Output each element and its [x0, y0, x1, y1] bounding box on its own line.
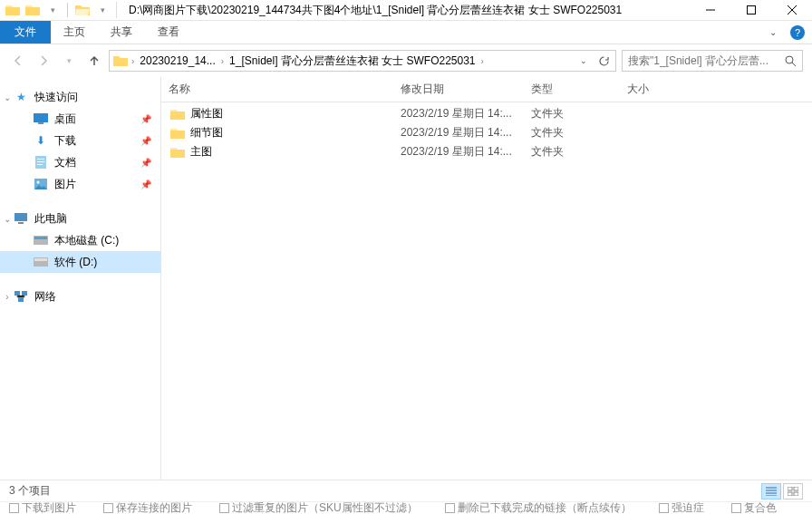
ribbon-file-tab[interactable]: 文件 — [0, 21, 51, 44]
up-button[interactable] — [85, 52, 103, 70]
status-bar: 3 个项目 — [0, 480, 812, 501]
clipped-toolbar: 下载到图片 保存连接的图片 过滤重复的图片（SKU属性图不过滤） 删除已下载完成… — [0, 501, 812, 514]
svg-rect-18 — [18, 297, 24, 302]
folder-icon — [111, 54, 130, 67]
expand-icon[interactable]: › — [2, 292, 13, 302]
folder-icon — [169, 108, 187, 121]
ribbon-expand-button[interactable]: ⌄ — [759, 21, 787, 44]
computer-icon — [13, 211, 29, 226]
list-item[interactable]: 细节图 2023/2/19 星期日 14:... 文件夹 — [161, 123, 812, 142]
item-name: 属性图 — [187, 106, 401, 121]
search-icon[interactable] — [778, 55, 802, 67]
address-bar[interactable]: › 20230219_14... › 1_[Snidel] 背心分层蕾丝连衣裙 … — [109, 50, 616, 72]
maximize-button[interactable] — [730, 0, 771, 21]
ribbon-home-tab[interactable]: 主页 — [51, 21, 98, 44]
refresh-button[interactable] — [594, 55, 614, 67]
nav-pictures[interactable]: 图片 📌 — [0, 173, 160, 195]
item-type: 文件夹 — [531, 125, 627, 141]
title-bar: ▾ ▾ D:\网商图片下载\20230219_144734共下图4个地址\1_[… — [0, 0, 812, 21]
list-item[interactable]: 主图 2023/2/19 星期日 14:... 文件夹 — [161, 142, 812, 161]
search-box[interactable] — [622, 50, 803, 72]
download-icon: ⬇ — [33, 133, 49, 148]
column-header-size[interactable]: 大小 — [627, 82, 700, 97]
svg-rect-13 — [34, 237, 47, 239]
svg-rect-16 — [14, 291, 20, 296]
svg-rect-11 — [18, 222, 24, 224]
minimize-button[interactable] — [690, 0, 730, 21]
document-icon — [33, 155, 49, 170]
nav-downloads[interactable]: ⬇ 下载 📌 — [0, 130, 160, 151]
folder-icon — [4, 1, 22, 19]
item-date: 2023/2/19 星期日 14:... — [401, 106, 531, 121]
expand-icon[interactable]: ⌄ — [2, 214, 13, 224]
pin-icon: 📌 — [140, 158, 151, 168]
file-list-pane: 名称 修改日期 类型 大小 属性图 2023/2/19 星期日 14:... 文… — [161, 77, 812, 480]
ribbon-share-tab[interactable]: 共享 — [98, 21, 145, 44]
item-name: 主图 — [187, 144, 401, 160]
nav-quick-access[interactable]: ⌄ ★ 快速访问 — [0, 86, 160, 108]
folder-open-icon — [73, 1, 92, 19]
folder-icon — [24, 1, 42, 19]
svg-rect-15 — [34, 258, 47, 261]
folder-icon — [169, 127, 187, 140]
drive-icon — [33, 255, 49, 269]
svg-rect-7 — [37, 164, 43, 165]
column-header-date[interactable]: 修改日期 — [401, 82, 531, 97]
pin-icon: 📌 — [140, 136, 151, 146]
qat-dropdown-icon[interactable]: ▾ — [93, 1, 111, 19]
ribbon-view-tab[interactable]: 查看 — [145, 21, 192, 44]
status-text: 3 个项目 — [9, 483, 51, 499]
list-item[interactable]: 属性图 2023/2/19 星期日 14:... 文件夹 — [161, 104, 812, 123]
recent-dropdown[interactable]: ▾ — [60, 52, 78, 70]
svg-rect-21 — [788, 492, 792, 496]
nav-documents[interactable]: 文档 📌 — [0, 151, 160, 173]
svg-rect-3 — [38, 122, 44, 124]
view-thumbnails-button[interactable] — [783, 483, 803, 499]
svg-rect-20 — [794, 487, 798, 490]
nav-network[interactable]: › 网络 — [0, 286, 160, 307]
column-header-type[interactable]: 类型 — [531, 82, 627, 97]
nav-drive-d[interactable]: 软件 (D:) — [0, 251, 160, 273]
picture-icon — [33, 177, 49, 191]
item-type: 文件夹 — [531, 144, 627, 160]
navigation-pane: ⌄ ★ 快速访问 桌面 📌 ⬇ 下载 📌 文档 📌 — [0, 77, 161, 480]
ribbon-tabs: 文件 主页 共享 查看 ⌄ ? — [0, 21, 812, 44]
address-dropdown-button[interactable]: ⌄ — [574, 56, 594, 65]
pin-icon: 📌 — [140, 179, 151, 189]
column-header-name[interactable]: 名称 — [169, 82, 401, 97]
view-details-button[interactable] — [761, 483, 781, 499]
help-icon[interactable]: ? — [790, 25, 805, 40]
nav-desktop[interactable]: 桌面 📌 — [0, 108, 160, 130]
chevron-right-icon[interactable]: › — [479, 56, 486, 66]
breadcrumb-segment[interactable]: 1_[Snidel] 背心分层蕾丝连衣裙 女士 SWFO225031 — [226, 53, 478, 69]
svg-rect-0 — [747, 6, 755, 15]
search-input[interactable] — [623, 54, 778, 67]
folder-icon — [169, 146, 187, 159]
item-date: 2023/2/19 星期日 14:... — [401, 144, 531, 160]
star-icon: ★ — [13, 90, 29, 104]
svg-rect-5 — [37, 159, 44, 160]
close-button[interactable] — [771, 0, 812, 21]
breadcrumb-segment[interactable]: 20230219_14... — [136, 54, 218, 67]
item-date: 2023/2/19 星期日 14:... — [401, 125, 531, 141]
drive-icon — [33, 233, 49, 247]
svg-rect-6 — [37, 161, 44, 162]
svg-rect-17 — [22, 291, 27, 296]
item-type: 文件夹 — [531, 106, 627, 121]
address-bar-row: ▾ › 20230219_14... › 1_[Snidel] 背心分层蕾丝连衣… — [0, 44, 812, 77]
chevron-right-icon[interactable]: › — [130, 56, 136, 66]
svg-rect-22 — [794, 492, 798, 496]
column-headers: 名称 修改日期 类型 大小 — [161, 77, 812, 102]
nav-this-pc[interactable]: ⌄ 此电脑 — [0, 208, 160, 229]
chevron-down-icon[interactable]: ▾ — [44, 1, 62, 19]
svg-rect-19 — [788, 487, 792, 490]
expand-icon[interactable]: ⌄ — [2, 92, 13, 102]
chevron-right-icon[interactable]: › — [219, 56, 226, 66]
pin-icon: 📌 — [140, 114, 151, 124]
svg-point-9 — [37, 181, 40, 184]
nav-drive-c[interactable]: 本地磁盘 (C:) — [0, 229, 160, 251]
desktop-icon — [33, 112, 49, 126]
forward-button[interactable] — [34, 52, 53, 70]
back-button[interactable] — [9, 52, 27, 70]
network-icon — [13, 289, 29, 304]
